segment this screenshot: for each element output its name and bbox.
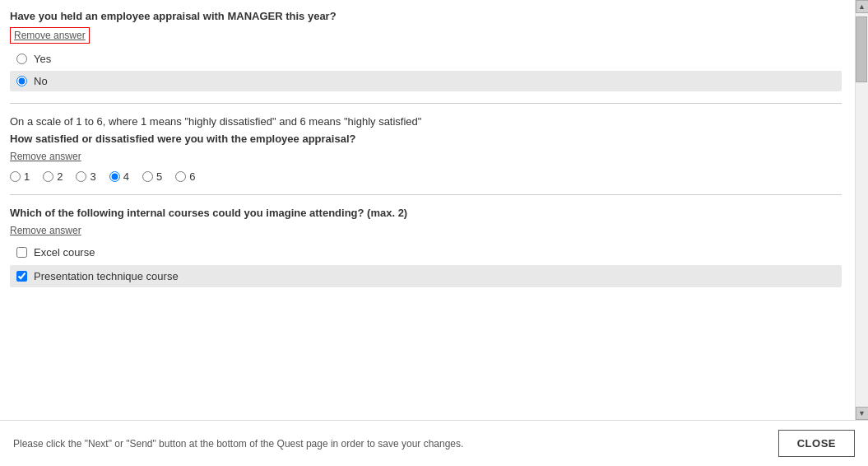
- checkbox-presentation-label: Presentation technique course: [34, 270, 179, 282]
- scrollbar-up-button[interactable]: ▲: [856, 0, 869, 13]
- radio-option-no[interactable]: No: [10, 71, 842, 91]
- question-title-2: How satisfied or dissatisfied were you w…: [10, 133, 842, 145]
- scale-option-5[interactable]: 5: [142, 170, 162, 183]
- radio-option-yes[interactable]: Yes: [10, 49, 842, 69]
- scale-radio-6[interactable]: [175, 171, 186, 182]
- checkbox-option-presentation[interactable]: Presentation technique course: [10, 265, 842, 287]
- main-content: Have you held an employee appraisal with…: [0, 0, 868, 420]
- scale-option-6[interactable]: 6: [175, 170, 195, 183]
- scale-label-6: 6: [189, 170, 195, 183]
- scale-radio-4[interactable]: [109, 171, 120, 182]
- scale-option-1[interactable]: 1: [10, 170, 30, 183]
- scrollbar-down-button[interactable]: ▼: [856, 407, 869, 420]
- scale-option-2[interactable]: 2: [43, 170, 63, 183]
- scrollbar-thumb[interactable]: [856, 16, 867, 82]
- scale-option-3[interactable]: 3: [76, 170, 95, 183]
- scrollbar-thumb-area: [856, 13, 868, 407]
- scale-label-4: 4: [123, 170, 129, 183]
- remove-answer-3[interactable]: Remove answer: [10, 225, 81, 236]
- scale-radio-3[interactable]: [76, 171, 86, 182]
- scale-label-1: 1: [24, 170, 30, 183]
- scale-label-2: 2: [57, 170, 63, 183]
- question-section-2: On a scale of 1 to 6, where 1 means "hig…: [10, 115, 842, 183]
- question-section-1: Have you held an employee appraisal with…: [10, 10, 842, 91]
- close-button[interactable]: CLOSE: [778, 430, 855, 457]
- radio-no-label: No: [34, 75, 48, 87]
- scale-option-4[interactable]: 4: [109, 170, 129, 183]
- radio-no[interactable]: [16, 76, 27, 86]
- question-title-1: Have you held an employee appraisal with…: [10, 10, 842, 22]
- scale-radio-5[interactable]: [142, 171, 153, 182]
- checkbox-option-excel[interactable]: Excel course: [10, 241, 842, 263]
- radio-yes-label: Yes: [34, 53, 51, 65]
- footer-text: Please click the "Next" or "Send" button…: [13, 438, 463, 450]
- question-section-3: Which of the following internal courses …: [10, 207, 842, 287]
- question-subtitle-2: On a scale of 1 to 6, where 1 means "hig…: [10, 115, 842, 128]
- divider-2: [10, 194, 842, 195]
- checkbox-excel[interactable]: [16, 247, 27, 258]
- scale-radio-2[interactable]: [43, 171, 53, 182]
- scale-radio-1[interactable]: [10, 171, 21, 182]
- scale-label-3: 3: [90, 170, 95, 183]
- remove-answer-1[interactable]: Remove answer: [10, 27, 90, 44]
- scrollbar-track: ▲ ▼: [855, 0, 868, 420]
- footer: Please click the "Next" or "Send" button…: [0, 420, 868, 466]
- checkbox-presentation[interactable]: [16, 271, 27, 282]
- checkbox-excel-label: Excel course: [34, 246, 95, 259]
- radio-yes[interactable]: [16, 54, 27, 64]
- scale-options-2: 1 2 3 4 5: [10, 170, 842, 183]
- divider-1: [10, 103, 842, 104]
- scroll-area: Have you held an employee appraisal with…: [0, 0, 855, 420]
- question-title-3: Which of the following internal courses …: [10, 207, 842, 219]
- scale-label-5: 5: [156, 170, 162, 183]
- remove-answer-2[interactable]: Remove answer: [10, 151, 81, 162]
